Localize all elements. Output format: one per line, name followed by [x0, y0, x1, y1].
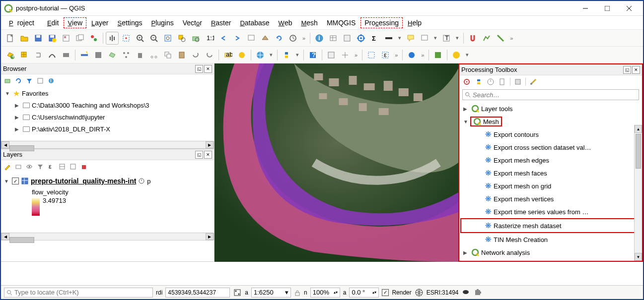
attribute-table-icon[interactable]: [327, 32, 340, 45]
toolbar-overflow[interactable]: »: [300, 35, 307, 41]
undo-icon[interactable]: [189, 49, 202, 61]
new-shapefile-icon[interactable]: [32, 49, 45, 61]
filter-expr-icon[interactable]: ε: [47, 162, 56, 171]
vertex-tool-icon[interactable]: [120, 49, 133, 61]
script-icon[interactable]: [474, 77, 483, 86]
minimize-button[interactable]: [574, 1, 596, 15]
refresh-browser-icon[interactable]: [14, 76, 23, 85]
identify-icon[interactable]: i: [313, 32, 326, 45]
alg-rasterize-mesh-dataset[interactable]: ❋Rasterize mesh dataset: [461, 219, 640, 232]
group-mesh[interactable]: ▼Mesh: [461, 115, 640, 128]
crs-label[interactable]: ESRI:31494: [427, 289, 459, 296]
menu-web[interactable]: Web: [275, 17, 296, 28]
scale-field[interactable]: 1:6250▾: [251, 288, 291, 298]
alg-export-mesh-on-grid[interactable]: ❋Export mesh on grid: [461, 180, 640, 192]
layout-manager-icon[interactable]: [73, 32, 86, 45]
browser-close-button[interactable]: ✕: [204, 65, 212, 73]
alg-export-time-series[interactable]: ❋Export time series values from …: [461, 205, 640, 218]
menu-mesh[interactable]: Mesh: [297, 17, 321, 28]
coord-field[interactable]: 4539349,5344237: [165, 288, 230, 298]
menu-processing[interactable]: Processing: [360, 17, 403, 28]
alg-export-contours[interactable]: ❋Export contours: [461, 128, 640, 141]
add-raster-icon[interactable]: [18, 49, 31, 61]
plugin1-icon[interactable]: [405, 49, 418, 61]
browser-item[interactable]: ▶C:\Data\3000 Teaching and Workshops\3: [5, 99, 214, 111]
expand-all-icon[interactable]: [58, 162, 67, 171]
web-icon[interactable]: [254, 49, 267, 61]
new-3d-view-icon[interactable]: [259, 32, 272, 45]
browser-props-icon[interactable]: i: [47, 76, 56, 85]
alg-tin-mesh-creation[interactable]: ❋TIN Mesh Creation: [461, 233, 640, 246]
filter-browser-icon[interactable]: [25, 76, 34, 85]
processing-icon[interactable]: [355, 32, 367, 45]
redo-icon[interactable]: [203, 49, 216, 61]
locator-input[interactable]: [14, 289, 150, 296]
layer-group-icon[interactable]: [14, 162, 23, 171]
remove-layer-icon[interactable]: [79, 162, 88, 171]
collapse-all-layers-icon[interactable]: [69, 162, 77, 171]
toolbar-overflow-2[interactable]: »: [508, 35, 515, 41]
menu-project[interactable]: Project: [5, 17, 42, 28]
tracing-icon[interactable]: [480, 32, 493, 45]
results-icon[interactable]: [513, 77, 522, 86]
layers-hscroll[interactable]: ◀▶: [1, 233, 214, 240]
zoom-last-icon[interactable]: [217, 32, 230, 45]
browser-tree[interactable]: ▼★Favorites ▶C:\Data\3000 Teaching and W…: [1, 87, 214, 141]
edit-script-icon[interactable]: [498, 77, 507, 86]
layers-float-button[interactable]: ◱: [195, 151, 203, 159]
filter-legend-icon[interactable]: [36, 162, 45, 171]
favorites-node[interactable]: ▼★Favorites: [5, 87, 214, 99]
alg-export-mesh-faces[interactable]: ❋Export mesh faces: [461, 167, 640, 180]
group-layer-tools[interactable]: ▶Layer tools: [461, 102, 640, 115]
render-checkbox[interactable]: ✓: [382, 289, 389, 296]
label-icon[interactable]: abc: [221, 49, 234, 61]
refresh-icon[interactable]: [273, 32, 286, 45]
new-geopackage-icon[interactable]: [46, 49, 59, 61]
menu-plugins[interactable]: Plugins: [147, 17, 177, 28]
collapse-all-icon[interactable]: [36, 76, 45, 85]
save-as-icon[interactable]: [46, 32, 59, 45]
processing-float-button[interactable]: ◱: [623, 66, 631, 74]
pan-selection-icon[interactable]: [120, 32, 133, 45]
maptips-icon[interactable]: [404, 32, 417, 45]
new-memory-icon[interactable]: [60, 49, 72, 61]
extent-icon[interactable]: [233, 288, 242, 297]
stats-icon[interactable]: Σ: [368, 32, 381, 45]
delete-selected-icon[interactable]: [134, 49, 146, 61]
zoom-layer-icon[interactable]: [189, 32, 202, 45]
print-layout-icon[interactable]: [60, 32, 72, 45]
copy-icon[interactable]: [161, 49, 174, 61]
menu-vector[interactable]: Vector: [179, 17, 206, 28]
select-icon[interactable]: [365, 49, 378, 61]
group-network-analysis[interactable]: ▶Network analysis: [461, 246, 640, 259]
add-layer-icon[interactable]: [3, 76, 12, 85]
layer-style-icon[interactable]: [3, 162, 12, 171]
browser-item[interactable]: ▶C:\Users\schwindt\jupyter: [5, 111, 214, 123]
add-feature-icon[interactable]: [106, 49, 119, 61]
model-icon[interactable]: [462, 77, 471, 86]
paste-icon[interactable]: [175, 49, 188, 61]
alg-export-mesh-vertices[interactable]: ❋Export mesh vertices: [461, 192, 640, 205]
plugin3-icon[interactable]: [450, 49, 463, 61]
annotation-icon[interactable]: [418, 32, 431, 45]
menu-mmqgis[interactable]: MMQGIS: [323, 17, 359, 28]
diagram-icon[interactable]: [235, 49, 248, 61]
manage-visibility-icon[interactable]: [25, 162, 34, 171]
menu-help[interactable]: Help: [404, 17, 426, 28]
menu-settings[interactable]: Settings: [114, 17, 146, 28]
options-icon[interactable]: [529, 77, 538, 86]
locator-bar[interactable]: [4, 288, 153, 298]
pan-icon[interactable]: [106, 32, 119, 45]
temporal-icon[interactable]: [286, 32, 299, 45]
processing-search[interactable]: [462, 89, 639, 100]
mesh-contour-icon[interactable]: [325, 49, 338, 61]
menu-database[interactable]: Database: [236, 17, 273, 28]
field-calc-icon[interactable]: [341, 32, 354, 45]
close-button[interactable]: [618, 1, 640, 15]
menu-view[interactable]: View: [64, 17, 86, 28]
measure-icon[interactable]: [382, 32, 395, 45]
maximize-button[interactable]: [596, 1, 618, 15]
processing-search-input[interactable]: [473, 91, 637, 99]
browser-item[interactable]: ▶P:\aktiv\2018_DLR_DIRT-X: [5, 123, 214, 135]
layers-close-button[interactable]: ✕: [204, 151, 212, 159]
